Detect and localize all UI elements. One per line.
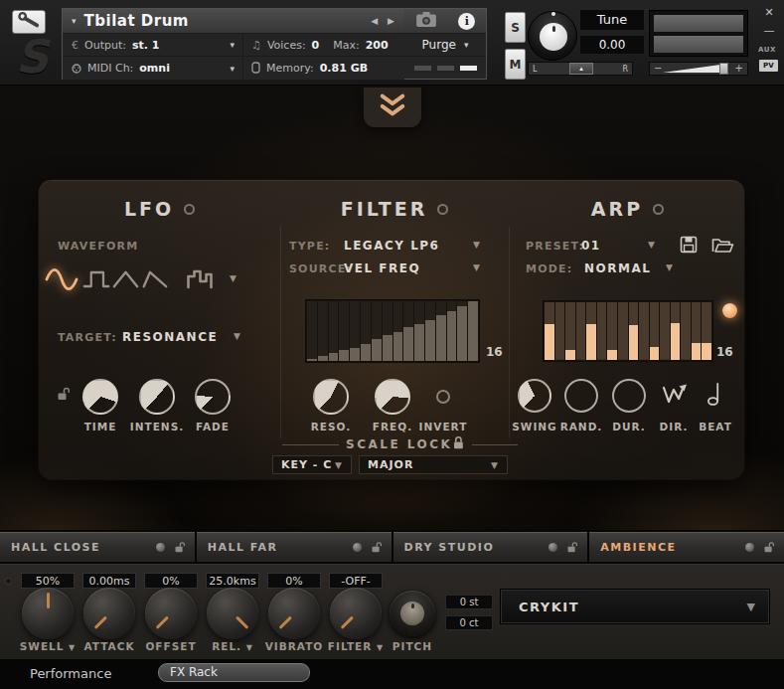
mic-tab-dry-studio[interactable]: DRY STUDIO xyxy=(393,532,588,562)
filter-knob[interactable] xyxy=(330,588,382,639)
release-dropdown-icon[interactable]: ▼ xyxy=(246,643,253,652)
step-column[interactable] xyxy=(692,302,702,360)
pan-slider[interactable]: L ▴ R xyxy=(528,62,633,76)
offset-knob[interactable] xyxy=(145,588,197,639)
step-column[interactable] xyxy=(545,302,554,360)
collapse-panel-button[interactable] xyxy=(364,87,421,127)
step-column[interactable] xyxy=(436,301,446,361)
prev-instrument-icon[interactable]: ◀ xyxy=(371,16,378,26)
scale-dropdown-icon[interactable]: ▼ xyxy=(491,460,499,470)
step-column[interactable] xyxy=(597,302,607,360)
waveform-sine-button[interactable] xyxy=(44,265,79,297)
kit-dropdown-icon[interactable]: ▼ xyxy=(747,601,755,613)
step-column[interactable] xyxy=(468,301,478,361)
lfo-fade-knob[interactable] xyxy=(195,379,231,415)
step-column[interactable] xyxy=(565,302,575,360)
key-dropdown-icon[interactable]: ▼ xyxy=(335,460,343,470)
arp-direction-button[interactable] xyxy=(661,381,689,413)
filter-power-toggle[interactable] xyxy=(437,204,448,215)
mic-tab-hall-close[interactable]: HALL CLOSE xyxy=(0,532,195,562)
step-column[interactable] xyxy=(650,302,660,360)
scale-select[interactable]: MAJOR ▼ xyxy=(359,455,508,474)
arp-duration-knob[interactable] xyxy=(612,379,646,413)
swell-knob[interactable] xyxy=(22,588,74,639)
step-column[interactable] xyxy=(586,302,596,360)
purge-dropdown-icon[interactable]: ▾ xyxy=(464,40,469,50)
arp-preset-dropdown-icon[interactable]: ▼ xyxy=(648,240,655,250)
arp-load-button[interactable] xyxy=(711,237,734,258)
arp-random-knob[interactable] xyxy=(564,379,598,413)
midi-channel-select[interactable]: MIDI Ch: omni ▾ xyxy=(63,57,243,80)
step-column[interactable] xyxy=(660,302,670,360)
volume-handle[interactable] xyxy=(719,63,728,75)
step-column[interactable] xyxy=(639,302,649,360)
lfo-time-knob[interactable] xyxy=(82,379,118,415)
lfo-power-toggle[interactable] xyxy=(184,204,195,215)
filter-invert-toggle[interactable] xyxy=(436,390,450,404)
step-column[interactable] xyxy=(702,302,711,360)
filter-source-dropdown-icon[interactable]: ▼ xyxy=(473,262,480,272)
step-column[interactable] xyxy=(618,302,628,360)
key-select[interactable]: KEY - C ▼ xyxy=(272,455,352,474)
mic-tab-lock-icon[interactable] xyxy=(566,541,577,554)
step-column[interactable] xyxy=(403,301,413,361)
lfo-lock-icon[interactable] xyxy=(57,387,70,406)
arp-step-sequencer[interactable] xyxy=(543,300,713,362)
waveform-square-button[interactable] xyxy=(82,266,110,296)
step-column[interactable] xyxy=(372,301,382,361)
step-column[interactable] xyxy=(339,301,349,361)
step-column[interactable] xyxy=(681,302,691,360)
arp-save-button[interactable] xyxy=(680,236,698,258)
aux-button[interactable]: AUX xyxy=(758,46,776,54)
pan-handle[interactable]: ▴ xyxy=(569,63,593,75)
step-column[interactable] xyxy=(318,301,328,361)
next-instrument-icon[interactable]: ▶ xyxy=(388,16,394,26)
purge-menu[interactable]: Purge ▾ xyxy=(404,34,486,57)
minimize-button[interactable]: — xyxy=(759,24,779,37)
step-column[interactable] xyxy=(629,302,639,360)
velocity-curve-editor[interactable] xyxy=(305,299,480,363)
step-column[interactable] xyxy=(329,301,339,361)
filter-dropdown-icon[interactable]: ▼ xyxy=(377,643,384,652)
volume-plus-button[interactable]: + xyxy=(735,63,743,75)
arp-mode-dropdown-icon[interactable]: ▼ xyxy=(666,262,673,272)
waveform-triangle-button[interactable] xyxy=(112,266,139,296)
snapshot-camera-button[interactable] xyxy=(415,11,437,32)
step-column[interactable] xyxy=(607,302,617,360)
filter-type-dropdown-icon[interactable]: ▼ xyxy=(473,240,480,250)
arp-mode-value[interactable]: NORMAL xyxy=(584,261,651,275)
target-dropdown-icon[interactable]: ▼ xyxy=(234,331,240,341)
step-column[interactable] xyxy=(414,301,424,361)
arp-beat-button[interactable] xyxy=(707,381,722,411)
filter-type-value[interactable]: LEGACY LP6 xyxy=(344,239,439,253)
lfo-intensity-knob[interactable] xyxy=(139,379,175,415)
scale-lock-icon[interactable] xyxy=(452,435,465,454)
filter-source-value[interactable]: VEL FREQ xyxy=(344,261,420,275)
arp-swing-knob[interactable] xyxy=(518,379,551,413)
mic-tab-lock-icon[interactable] xyxy=(174,541,185,554)
kit-select[interactable]: CRYKIT ▼ xyxy=(500,589,770,624)
filter-resonance-knob[interactable] xyxy=(313,379,349,415)
step-column[interactable] xyxy=(457,301,467,361)
mic-tab-hall-far[interactable]: HALL FAR xyxy=(197,532,392,562)
step-column[interactable] xyxy=(383,301,392,361)
fx-rack-button[interactable]: FX Rack xyxy=(158,663,310,682)
step-column[interactable] xyxy=(447,301,457,361)
filter-frequency-knob[interactable] xyxy=(375,379,410,415)
mute-button[interactable]: M xyxy=(505,49,526,80)
instrument-title-row[interactable]: ▾ Tbilat Drum ◀ ▶ xyxy=(63,9,404,34)
mic-tab-lock-icon[interactable] xyxy=(371,541,382,554)
volume-slider[interactable]: − + xyxy=(649,62,748,76)
pitch-knob[interactable] xyxy=(390,591,435,636)
step-column[interactable] xyxy=(671,302,681,360)
step-column[interactable] xyxy=(350,301,360,361)
release-knob[interactable] xyxy=(207,588,258,639)
pv-button[interactable]: PV xyxy=(759,60,778,72)
vibrato-knob[interactable] xyxy=(268,588,320,639)
target-value[interactable]: RESONANCE xyxy=(122,330,218,344)
attack-knob[interactable] xyxy=(83,588,135,639)
waveform-menu-arrow-icon[interactable]: ▼ xyxy=(230,273,236,283)
mic-tab-ambience[interactable]: AMBIENCE xyxy=(589,532,784,562)
step-column[interactable] xyxy=(425,301,435,361)
step-column[interactable] xyxy=(307,301,317,361)
